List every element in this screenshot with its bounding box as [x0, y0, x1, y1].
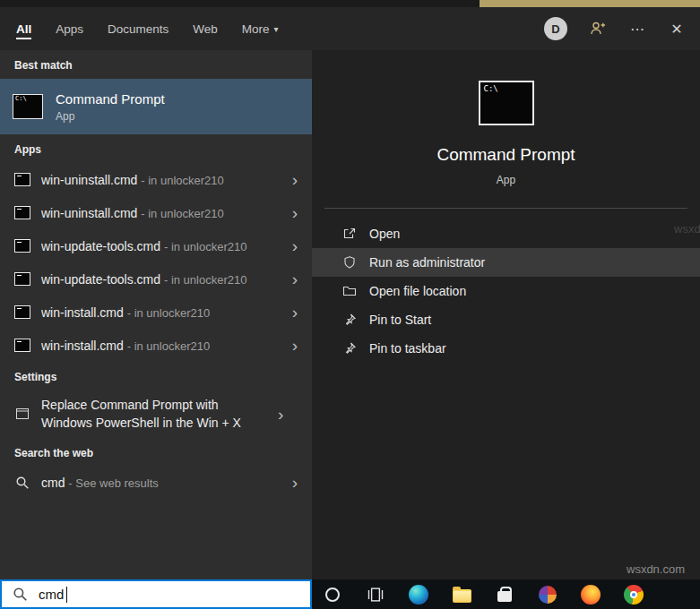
- search-filter-tabs: All Apps Documents Web More ▾: [0, 7, 279, 50]
- action-pin-to-taskbar[interactable]: Pin to taskbar: [312, 334, 700, 363]
- best-match-result[interactable]: C:\ Command Prompt App: [0, 79, 312, 134]
- cmd-file-icon: [14, 173, 30, 186]
- web-result-query: cmd: [41, 476, 65, 490]
- chevron-right-icon[interactable]: ›: [285, 270, 305, 287]
- more-options-icon[interactable]: ⋯: [628, 20, 646, 38]
- chevron-right-icon[interactable]: ›: [285, 204, 305, 221]
- web-section-label: Search the web: [0, 438, 312, 467]
- settings-result-row[interactable]: Replace Command Prompt with Windows Powe…: [0, 390, 312, 438]
- app-result-context: - in unlocker210: [141, 207, 224, 220]
- preview-panel: C:\ Command Prompt App Open Run as admin…: [312, 50, 700, 579]
- app-result-row[interactable]: win-uninstall.cmd - in unlocker210 ›: [0, 163, 312, 196]
- web-result-texts: cmd - See web results: [41, 476, 274, 490]
- app-result-texts: win-install.cmd - in unlocker210: [41, 339, 274, 353]
- search-box: [0, 579, 312, 609]
- run-as-administrator-icon: [342, 255, 357, 270]
- app-result-row[interactable]: win-install.cmd - in unlocker210 ›: [0, 329, 312, 362]
- web-result-context: - See web results: [68, 476, 158, 490]
- cmd-file-icon: [14, 272, 30, 286]
- edge-icon[interactable]: [409, 585, 428, 605]
- app-result-row[interactable]: win-update-tools.cmd - in unlocker210 ›: [0, 262, 312, 296]
- best-match-section-label: Best match: [0, 50, 312, 79]
- cmd-file-icon: [14, 206, 30, 219]
- app-result-name: win-update-tools.cmd: [41, 272, 160, 287]
- chevron-right-icon[interactable]: ›: [285, 337, 305, 354]
- web-result-row[interactable]: cmd - See web results ›: [0, 467, 312, 499]
- user-avatar[interactable]: D: [544, 17, 567, 40]
- results-panel: Best match C:\ Command Prompt App Apps w…: [0, 50, 312, 579]
- cmd-file-icon: [14, 239, 30, 253]
- chevron-right-icon[interactable]: ›: [285, 171, 305, 188]
- app-result-name: win-install.cmd: [41, 305, 124, 320]
- action-open-file-location[interactable]: Open file location: [312, 277, 700, 305]
- search-icon: [13, 587, 28, 602]
- app-result-row[interactable]: win-uninstall.cmd - in unlocker210 ›: [0, 196, 312, 229]
- app-result-context: - in unlocker210: [127, 339, 211, 353]
- cmd-icon-text: C:\: [484, 85, 498, 93]
- tab-more[interactable]: More ▾: [242, 7, 279, 50]
- action-label: Open file location: [369, 284, 466, 298]
- action-label: Open: [369, 227, 400, 241]
- best-match-title: Command Prompt: [56, 91, 165, 107]
- tab-documents[interactable]: Documents: [108, 7, 169, 50]
- windows-search-window: All Apps Documents Web More ▾ D ⋯ ✕ Best…: [0, 0, 700, 609]
- open-icon: [342, 227, 357, 241]
- app-result-texts: win-update-tools.cmd - in unlocker210: [41, 272, 274, 287]
- task-view-icon[interactable]: [366, 585, 385, 605]
- chevron-right-icon[interactable]: ›: [285, 237, 305, 254]
- window-icon: [14, 407, 30, 421]
- search-icon: [14, 476, 30, 490]
- action-label: Run as administrator: [369, 255, 485, 270]
- app-result-name: win-uninstall.cmd: [41, 173, 137, 187]
- chrome-icon[interactable]: [624, 585, 644, 605]
- app-result-context: - in unlocker210: [164, 240, 247, 253]
- taskbar: [312, 579, 700, 609]
- app-result-name: win-update-tools.cmd: [41, 239, 160, 253]
- app-result-context: - in unlocker210: [141, 174, 224, 187]
- background-window-strip: [0, 0, 700, 7]
- best-match-texts: Command Prompt App: [56, 91, 165, 123]
- command-prompt-icon: C:\: [13, 94, 43, 119]
- cmd-icon-text: C:\: [15, 96, 27, 102]
- chevron-right-icon[interactable]: ›: [285, 304, 305, 321]
- action-label: Pin to Start: [369, 313, 431, 327]
- tab-apps[interactable]: Apps: [56, 7, 83, 50]
- cortana-icon[interactable]: [323, 585, 342, 605]
- app-result-row[interactable]: win-install.cmd - in unlocker210 ›: [0, 296, 312, 329]
- account-person-icon[interactable]: [589, 20, 607, 38]
- preview-head: C:\ Command Prompt App: [312, 50, 700, 186]
- app-result-texts: win-install.cmd - in unlocker210: [41, 305, 274, 320]
- app-result-row[interactable]: win-update-tools.cmd - in unlocker210 ›: [0, 229, 312, 262]
- store-icon[interactable]: [495, 585, 514, 605]
- text-caret: [66, 587, 67, 603]
- close-icon[interactable]: ✕: [668, 20, 686, 38]
- header-actions: D ⋯ ✕: [544, 17, 700, 40]
- folder-icon: [342, 284, 357, 298]
- tab-more-label: More: [242, 22, 270, 36]
- cmd-file-icon: [14, 305, 30, 319]
- tab-web[interactable]: Web: [193, 7, 218, 50]
- tab-all[interactable]: All: [16, 7, 31, 50]
- preview-title: Command Prompt: [436, 145, 575, 165]
- app-result-context: - in unlocker210: [127, 306, 211, 320]
- best-match-subtitle: App: [56, 110, 165, 123]
- file-explorer-icon[interactable]: [452, 585, 471, 605]
- preview-subtitle: App: [497, 174, 515, 186]
- cmd-file-icon: [14, 339, 30, 352]
- search-input[interactable]: [39, 587, 310, 602]
- action-open[interactable]: Open: [312, 219, 700, 248]
- apps-section-label: Apps: [0, 134, 312, 163]
- colorful-app-icon[interactable]: [538, 585, 557, 605]
- chevron-right-icon[interactable]: ›: [271, 406, 290, 423]
- chevron-right-icon[interactable]: ›: [285, 474, 305, 491]
- search-header: All Apps Documents Web More ▾ D ⋯ ✕: [0, 7, 700, 50]
- firefox-icon[interactable]: [581, 585, 601, 605]
- background-window-titlebar: [480, 0, 700, 7]
- divider: [324, 208, 687, 209]
- command-prompt-icon-large: C:\: [479, 81, 534, 125]
- action-run-as-administrator[interactable]: Run as administrator: [312, 248, 700, 277]
- action-label: Pin to taskbar: [369, 341, 446, 356]
- chevron-down-icon: ▾: [274, 24, 279, 34]
- action-pin-to-start[interactable]: Pin to Start: [312, 305, 700, 334]
- app-result-context: - in unlocker210: [164, 273, 247, 287]
